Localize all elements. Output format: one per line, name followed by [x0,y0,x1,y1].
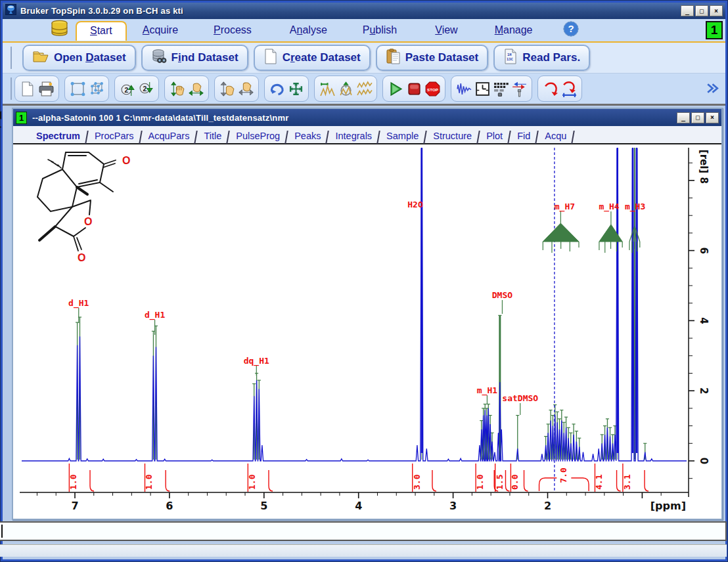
open-dataset-button[interactable]: Open Dataset [22,45,136,71]
svg-text:2: 2 [143,85,147,92]
dataset-toolbar: Open Dataset Find Dataset Create Dataset… [3,43,725,74]
command-line[interactable] [0,521,727,541]
undo-zoom-icon[interactable] [268,78,286,99]
tab-peaks[interactable]: Peaks [287,129,328,143]
tab-acqu[interactable]: Acqu [537,129,574,143]
double-chevron-icon[interactable] [703,78,721,99]
window-title: Bruker TopSpin 3.0.b.29 on B-CH as kti [20,6,677,16]
icon-toolbar: 2 2 STOP [3,74,725,106]
menu-acquire[interactable]: Acquire [139,23,182,37]
acquisition-time-icon[interactable] [473,78,491,99]
svg-text:STOP: STOP [427,87,438,91]
dataset-title: --alpha-Satonin 100 1 C:\nmr-data\data\T… [32,113,671,123]
zoom-hand-rotate-icon[interactable] [187,78,205,99]
menu-view[interactable]: View [431,23,461,37]
multiple-display-icon[interactable] [355,78,373,99]
tab-acqupars[interactable]: AcquPars [141,129,197,143]
read-parameters-icon: 1H13C [503,49,518,68]
sweep-icon[interactable] [541,78,560,99]
bsms-panel-icon[interactable] [491,78,510,99]
panel-splitter-arrows[interactable] [0,108,3,135]
svg-text:?: ? [568,23,574,34]
help-icon[interactable]: ? [563,21,579,39]
close-button[interactable]: × [710,5,723,16]
tab-sample[interactable]: Sample [379,129,426,143]
spectrum-plot-area[interactable] [13,144,721,519]
sweep-baseline-icon[interactable] [560,78,578,99]
expand-vertical-2-icon[interactable]: 2 [118,78,137,99]
svg-text:13C: 13C [507,57,513,61]
find-dataset-icon [151,49,167,68]
tab-spectrum[interactable]: Spectrum [29,129,87,143]
new-document-icon [263,49,278,68]
minimize-button[interactable]: _ [681,5,694,16]
maximize-button[interactable]: □ [695,5,708,16]
dataset-tabs: Spectrum ProcPars AcquPars Title PulsePr… [13,126,721,144]
pan-vertical-icon[interactable] [218,78,237,99]
find-dataset-button[interactable]: Find Dataset [141,45,248,71]
3d-display-icon[interactable] [87,78,105,99]
svg-text:1H: 1H [507,53,512,56]
tab-integrals[interactable]: Integrals [328,129,379,143]
svg-text:2: 2 [124,86,128,93]
create-dataset-button[interactable]: Create Dataset [254,45,371,71]
workspace-badge[interactable]: 1 [706,21,723,39]
tab-pulseprog[interactable]: PulseProg [229,129,287,143]
command-line-input[interactable] [0,523,725,540]
dataset-title-bar[interactable]: 1 --alpha-Satonin 100 1 C:\nmr-data\data… [13,109,721,126]
halt-icon[interactable] [405,78,423,99]
calibrate-axis-icon[interactable] [318,78,336,99]
zoom-hand-vertical-icon[interactable] [168,78,187,99]
tab-procpars[interactable]: ProcPars [87,129,141,143]
new-dataset-icon[interactable] [18,78,37,99]
database-icon[interactable] [49,20,70,41]
dataset-close-button[interactable]: × [706,112,719,123]
menu-start[interactable]: Start [76,21,127,41]
menu-manage[interactable]: Manage [491,23,537,37]
tab-plot[interactable]: Plot [479,129,510,143]
print-icon[interactable] [37,78,55,99]
tab-fid[interactable]: Fid [510,129,537,143]
title-bar[interactable]: Bruker TopSpin 3.0.b.29 on B-CH as kti _… [3,3,725,19]
2d-display-icon[interactable] [68,78,87,99]
topspin-window: Bruker TopSpin 3.0.b.29 on B-CH as kti _… [0,0,728,562]
tab-structure[interactable]: Structure [426,129,479,143]
menu-analyse[interactable]: Analyse [286,23,331,37]
pan-horizontal-icon[interactable] [237,78,255,99]
paste-dataset-button[interactable]: Paste Dataset [376,45,489,71]
menu-bar: Start Acquire Process Analyse Publish Vi… [3,19,725,43]
dataset-window: 1 --alpha-Satonin 100 1 C:\nmr-data\data… [12,108,723,520]
read-pars-button[interactable]: 1H13C Read Pars. [493,45,590,71]
toolbar-grip-2[interactable] [11,77,12,100]
lock-display-icon[interactable] [510,78,528,99]
shrink-vertical-2-icon[interactable]: 2 [137,78,155,99]
menu-process[interactable]: Process [210,23,256,37]
run-icon[interactable] [386,78,405,99]
toolbar-grip[interactable] [11,47,12,69]
fid-icon[interactable] [455,78,473,99]
folder-open-icon [32,49,49,67]
paste-icon [386,49,401,68]
reset-zoom-icon[interactable] [286,78,305,99]
menu-publish[interactable]: Publish [359,23,401,37]
dataset-minimize-button[interactable]: _ [677,112,690,123]
stop-icon[interactable]: STOP [423,78,442,99]
peak-picking-icon[interactable] [336,78,355,99]
dataset-badge: 1 [16,112,27,124]
tab-title[interactable]: Title [196,129,229,143]
dataset-maximize-button[interactable]: □ [691,112,704,123]
main-area: 1 --alpha-Satonin 100 1 C:\nmr-data\data… [3,106,725,559]
status-bar [0,544,727,557]
topspin-logo-icon [5,4,16,18]
